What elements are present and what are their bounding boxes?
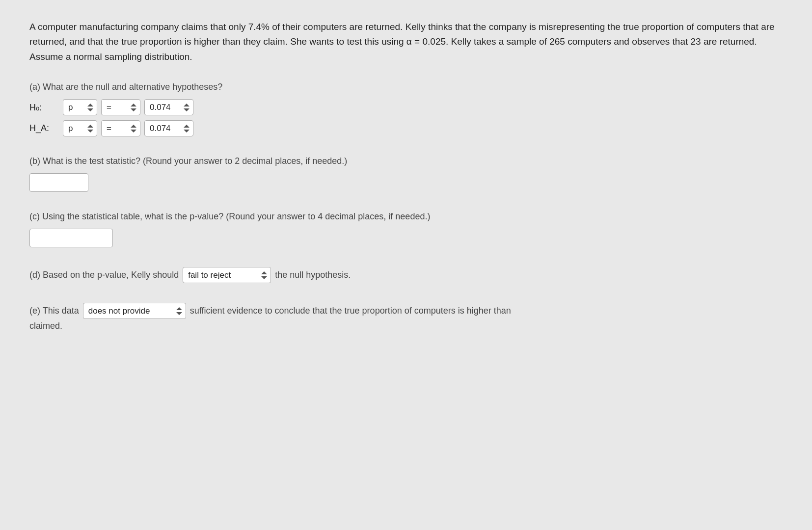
part-c-block: (c) Using the statistical table, what is… [29, 212, 783, 247]
part-e-row: (e) This data does not provide provides … [29, 303, 783, 319]
part-e-prefix: (e) This data [29, 306, 79, 316]
part-e-block: (e) This data does not provide provides … [29, 303, 783, 331]
p-value-input[interactable] [29, 229, 113, 247]
part-d-prefix: (d) Based on the p-value, Kelly should [29, 270, 179, 280]
h0-value-select[interactable]: 0.074 [144, 99, 193, 115]
h0-operator-select[interactable]: = ≠ < > ≤ ≥ [101, 99, 140, 115]
test-statistic-input[interactable] [29, 173, 88, 192]
ha-row: H_A: p = ≠ < > ≤ ≥ 0.074 [29, 120, 783, 136]
part-c-label: (c) Using the statistical table, what is… [29, 212, 783, 222]
ha-operator-select[interactable]: = ≠ < > ≤ ≥ [101, 120, 140, 136]
part-a-block: (a) What are the null and alternative hy… [29, 82, 783, 136]
fail-to-reject-select[interactable]: fail to reject reject [183, 267, 271, 283]
does-not-provide-select[interactable]: does not provide provides [83, 303, 186, 319]
h0-row: H₀: p = ≠ < > ≤ ≥ 0.074 [29, 99, 783, 115]
part-b-label: (b) What is the test statistic? (Round y… [29, 156, 783, 166]
ha-variable-select[interactable]: p [63, 120, 97, 136]
page-container: A computer manufacturing company claims … [0, 0, 812, 371]
ha-label: H_A: [29, 123, 59, 133]
part-e-suffix-inline: sufficient evidence to conclude that the… [190, 306, 511, 316]
h0-variable-select[interactable]: p [63, 99, 97, 115]
h0-label: H₀: [29, 102, 59, 113]
ha-value-select[interactable]: 0.074 [144, 120, 193, 136]
part-b-block: (b) What is the test statistic? (Round y… [29, 156, 783, 192]
part-e-continuation: claimed. [29, 321, 783, 331]
part-a-label: (a) What are the null and alternative hy… [29, 82, 783, 92]
part-d-row: (d) Based on the p-value, Kelly should f… [29, 267, 783, 283]
part-d-block: (d) Based on the p-value, Kelly should f… [29, 267, 783, 283]
intro-text: A computer manufacturing company claims … [29, 20, 783, 64]
part-d-suffix: the null hypothesis. [275, 270, 351, 280]
